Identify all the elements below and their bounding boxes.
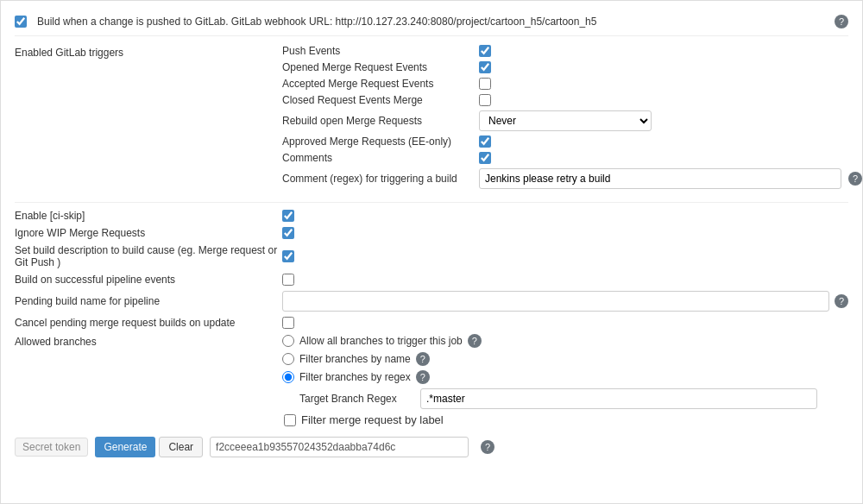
opened-mr-checkbox[interactable] xyxy=(479,61,491,73)
approved-mr-label: Approved Merge Requests (EE-only) xyxy=(282,135,472,148)
filter-name-radio[interactable] xyxy=(282,353,294,365)
all-branches-radio[interactable] xyxy=(282,335,294,347)
pending-name-label: Pending build name for pipeline xyxy=(15,295,282,307)
pending-name-row: Pending build name for pipeline ? xyxy=(15,291,848,312)
secret-token-help-icon[interactable]: ? xyxy=(481,440,494,454)
ci-skip-checkbox[interactable] xyxy=(282,210,294,222)
build-trigger-checkbox[interactable] xyxy=(15,16,27,28)
filter-label-checkbox[interactable] xyxy=(284,414,296,426)
approved-mr-checkbox[interactable] xyxy=(479,135,491,148)
cancel-pending-row: Cancel pending merge request builds on u… xyxy=(15,317,848,329)
target-branch-label: Target Branch Regex xyxy=(299,393,412,405)
filter-name-label: Filter branches by name xyxy=(299,353,411,365)
set-build-desc-row: Set build description to build cause (eg… xyxy=(15,244,848,268)
filter-name-help-icon[interactable]: ? xyxy=(416,352,430,366)
filter-regex-radio[interactable] xyxy=(282,371,294,383)
ignore-wip-label: Ignore WIP Merge Requests xyxy=(15,227,282,239)
comment-regex-label: Comment (regex) for triggering a build xyxy=(282,173,472,185)
push-events-label: Push Events xyxy=(282,45,472,57)
allowed-branches-section: Allowed branches Allow all branches to t… xyxy=(15,334,848,426)
ignore-wip-row: Ignore WIP Merge Requests xyxy=(15,227,848,239)
ci-skip-label: Enable [ci-skip] xyxy=(15,210,282,222)
ignore-wip-checkbox[interactable] xyxy=(282,227,294,239)
opened-mr-row: Opened Merge Request Events xyxy=(282,61,862,73)
build-pipeline-checkbox[interactable] xyxy=(282,274,294,286)
build-pipeline-label: Build on successful pipeline events xyxy=(15,274,282,286)
comment-regex-help-icon[interactable]: ? xyxy=(848,172,862,186)
ci-skip-row: Enable [ci-skip] xyxy=(15,210,848,222)
comment-regex-row: Comment (regex) for triggering a build ? xyxy=(282,168,862,189)
target-branch-input[interactable] xyxy=(420,388,817,409)
build-trigger-row: Build when a change is pushed to GitLab.… xyxy=(15,9,848,36)
clear-button[interactable]: Clear xyxy=(159,437,203,457)
filter-regex-help-icon[interactable]: ? xyxy=(416,370,430,384)
opened-mr-label: Opened Merge Request Events xyxy=(282,61,472,73)
comments-row: Comments xyxy=(282,152,862,164)
pending-name-input[interactable] xyxy=(282,291,829,312)
gitlab-triggers-section: Enabled GitLab triggers Push Events Open… xyxy=(15,45,848,193)
secret-token-buttons: Generate Clear xyxy=(95,437,203,457)
closed-mr-checkbox[interactable] xyxy=(479,94,491,106)
comments-checkbox[interactable] xyxy=(479,152,491,164)
target-branch-row: Target Branch Regex xyxy=(299,388,848,409)
set-build-desc-label: Set build description to build cause (eg… xyxy=(15,244,282,268)
filter-regex-row: Filter branches by regex ? xyxy=(282,370,848,384)
closed-mr-row: Closed Request Events Merge xyxy=(282,94,862,106)
allowed-branches-content: Allow all branches to trigger this job ?… xyxy=(282,334,848,426)
rebuild-open-label: Rebuild open Merge Requests xyxy=(282,115,472,127)
filter-regex-label: Filter branches by regex xyxy=(299,371,411,383)
push-events-row: Push Events xyxy=(282,45,862,57)
generate-button[interactable]: Generate xyxy=(95,437,155,457)
secret-token-section: Secret token Generate Clear ? xyxy=(15,437,848,457)
accepted-mr-row: Accepted Merge Request Events xyxy=(282,78,862,90)
allowed-branches-label: Allowed branches xyxy=(15,334,282,348)
rebuild-open-select[interactable]: Never On push to source branch On push t… xyxy=(479,110,652,131)
filter-label-label: Filter merge request by label xyxy=(301,413,444,426)
comment-regex-input[interactable] xyxy=(479,168,841,189)
build-pipeline-row: Build on successful pipeline events xyxy=(15,274,848,286)
build-trigger-help-icon[interactable]: ? xyxy=(835,15,848,28)
accepted-mr-checkbox[interactable] xyxy=(479,78,491,90)
all-branches-help-icon[interactable]: ? xyxy=(468,334,482,348)
closed-mr-label: Closed Request Events Merge xyxy=(282,94,472,106)
pending-name-help-icon[interactable]: ? xyxy=(835,294,848,308)
secret-token-label: Secret token xyxy=(15,438,88,457)
cancel-pending-label: Cancel pending merge request builds on u… xyxy=(15,317,282,329)
triggers-label: Enabled GitLab triggers xyxy=(15,45,282,59)
all-branches-label: Allow all branches to trigger this job xyxy=(299,335,463,347)
set-build-desc-checkbox[interactable] xyxy=(282,250,294,262)
cancel-pending-checkbox[interactable] xyxy=(282,317,294,329)
rebuild-open-row: Rebuild open Merge Requests Never On pus… xyxy=(282,110,862,131)
all-branches-row: Allow all branches to trigger this job ? xyxy=(282,334,848,348)
triggers-content: Push Events Opened Merge Request Events … xyxy=(282,45,862,193)
accepted-mr-label: Accepted Merge Request Events xyxy=(282,78,472,90)
approved-mr-row: Approved Merge Requests (EE-only) xyxy=(282,135,862,148)
build-trigger-text: Build when a change is pushed to GitLab.… xyxy=(37,16,596,28)
main-container: Build when a change is pushed to GitLab.… xyxy=(0,0,863,504)
secret-token-input[interactable] xyxy=(210,437,469,457)
filter-name-row: Filter branches by name ? xyxy=(282,352,848,366)
filter-label-row: Filter merge request by label xyxy=(284,413,848,426)
comments-label: Comments xyxy=(282,152,472,164)
push-events-checkbox[interactable] xyxy=(479,45,491,57)
